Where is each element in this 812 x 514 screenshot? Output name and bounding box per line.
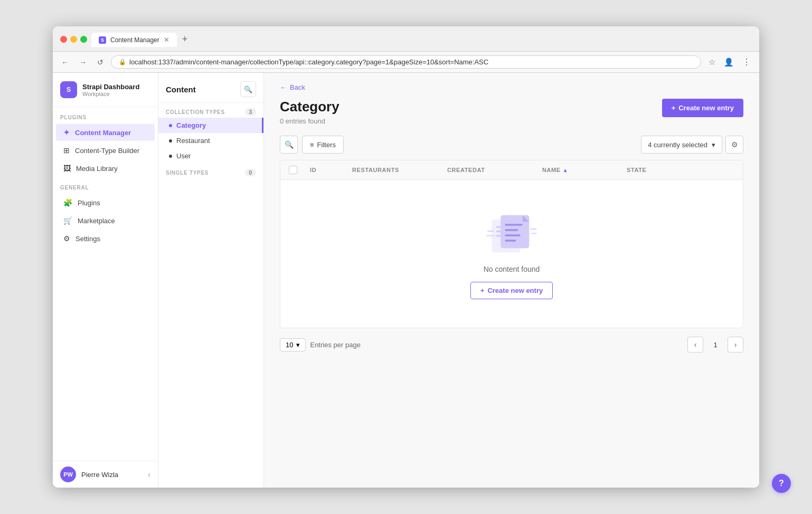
sidebar-item-label: Settings: [75, 235, 100, 243]
sidebar-item-content-manager[interactable]: ✦ Content Manager: [56, 124, 155, 141]
general-section-label: General: [53, 177, 158, 194]
collection-bullet: [169, 155, 172, 158]
more-options-button[interactable]: ⋮: [739, 55, 754, 69]
table-body: No content found + Create new entry: [280, 180, 743, 328]
user-name: Pierre Wizla: [81, 471, 143, 479]
empty-create-entry-button[interactable]: + Create new entry: [470, 282, 553, 299]
table-search-button[interactable]: 🔍: [280, 136, 298, 154]
content-manager-icon: ✦: [63, 128, 70, 137]
close-window-button[interactable]: [60, 36, 67, 43]
browser-tab-content-manager[interactable]: S Content Manager ✕: [91, 33, 177, 47]
plus-icon: +: [672, 104, 676, 112]
columns-selector: 4 currently selected ▾ ⚙: [641, 136, 743, 154]
sidebar: S Strapi Dashboard Workplace Plugins ✦ C…: [53, 73, 158, 488]
avatar: PW: [60, 467, 76, 482]
select-all-checkbox[interactable]: [289, 166, 297, 174]
th-checkbox: [289, 166, 310, 174]
plugins-section-label: Plugins: [53, 107, 158, 123]
svg-rect-6: [505, 224, 522, 225]
sort-asc-icon: ▲: [563, 167, 569, 173]
back-arrow-icon: ←: [280, 83, 287, 91]
sidebar-item-marketplace[interactable]: 🛒 Marketplace: [56, 212, 155, 229]
maximize-window-button[interactable]: [80, 36, 87, 43]
svg-rect-8: [505, 234, 520, 236]
reload-button[interactable]: ↺: [94, 56, 107, 69]
back-link[interactable]: ← Back: [280, 83, 305, 91]
page-title: Category: [280, 99, 339, 115]
columns-dropdown[interactable]: 4 currently selected ▾: [641, 136, 722, 154]
content-panel: Content 🔍 Collection Types 3 Category Re…: [158, 73, 264, 488]
back-nav-button[interactable]: ←: [58, 56, 72, 69]
create-btn-label: Create new entry: [678, 104, 734, 112]
tab-close-button[interactable]: ✕: [164, 36, 169, 44]
filter-icon: ≡: [310, 141, 314, 149]
svg-rect-10: [487, 230, 494, 232]
plugins-icon: 🧩: [63, 198, 72, 207]
th-restaurants: Restaurants: [352, 166, 447, 174]
th-name-label: Name: [542, 167, 561, 173]
columns-settings-button[interactable]: ⚙: [725, 136, 743, 154]
collection-types-label: Collection Types 3: [158, 103, 263, 118]
per-page-select: 10 ▾ Entries per page: [280, 338, 361, 351]
single-types-label: Single Types 0: [158, 164, 263, 178]
collection-item-category[interactable]: Category: [158, 118, 263, 133]
empty-state-text: No content found: [484, 265, 540, 273]
next-page-button[interactable]: ›: [728, 337, 743, 353]
svg-rect-9: [505, 240, 516, 241]
profile-button[interactable]: 👤: [721, 55, 737, 69]
sidebar-bottom: PW Pierre Wizla ‹: [53, 461, 158, 488]
sidebar-item-media-library[interactable]: 🖼 Media Library: [56, 160, 155, 177]
th-createdat-label: CreatedAt: [447, 167, 485, 173]
per-page-chevron-icon: ▾: [296, 341, 300, 349]
entries-count: 0 entries found: [280, 117, 339, 125]
create-entry-button[interactable]: + Create new entry: [662, 99, 743, 117]
columns-selected-text: 4 currently selected: [648, 141, 707, 149]
sidebar-item-settings[interactable]: ⚙ Settings: [56, 230, 155, 247]
settings-icon: ⚙: [63, 234, 70, 243]
content-search-button[interactable]: 🔍: [240, 81, 256, 97]
traffic-lights: [60, 36, 87, 43]
th-createdat: CreatedAt: [447, 166, 542, 174]
forward-nav-button[interactable]: →: [76, 56, 90, 69]
collection-item-user[interactable]: User: [158, 148, 263, 164]
svg-rect-12: [530, 228, 537, 230]
per-page-dropdown[interactable]: 10 ▾: [280, 338, 306, 351]
brand-initials: S: [67, 86, 71, 93]
sidebar-item-content-type-builder[interactable]: ⊞ Content-Type Builder: [56, 142, 155, 159]
back-label: Back: [290, 83, 305, 91]
new-tab-button[interactable]: +: [178, 32, 192, 47]
sidebar-item-plugins[interactable]: 🧩 Plugins: [56, 194, 155, 211]
empty-state: No content found + Create new entry: [470, 209, 553, 299]
collection-item-restaurant[interactable]: Restaurant: [158, 133, 263, 148]
minimize-window-button[interactable]: [70, 36, 77, 43]
collection-item-label: Category: [176, 121, 206, 129]
sidebar-collapse-button[interactable]: ‹: [148, 470, 150, 479]
empty-plus-icon: +: [480, 287, 485, 294]
filters-left: 🔍 ≡ Filters: [280, 136, 344, 154]
sidebar-item-label: Content-Type Builder: [75, 147, 139, 155]
tab-favicon: S: [99, 36, 106, 44]
th-name[interactable]: Name ▲: [542, 166, 627, 174]
table-container: ID Restaurants CreatedAt Name ▲ State: [280, 160, 743, 328]
toolbar-actions: ☆ 👤 ⋮: [705, 55, 754, 69]
collection-count: 3: [245, 108, 256, 116]
content-panel-header: Content 🔍: [158, 73, 263, 103]
filters-bar: 🔍 ≡ Filters 4 currently selected ▾ ⚙: [280, 136, 743, 154]
sidebar-item-label: Media Library: [76, 165, 118, 173]
collection-item-label: User: [176, 152, 191, 160]
page-header: Category 0 entries found + Create new en…: [280, 99, 743, 125]
help-button[interactable]: ?: [772, 474, 791, 493]
sidebar-brand: S Strapi Dashboard Workplace: [53, 73, 158, 107]
collection-bullet: [169, 139, 172, 142]
tab-title: Content Manager: [110, 36, 159, 44]
filters-button[interactable]: ≡ Filters: [302, 136, 344, 154]
svg-rect-7: [505, 229, 518, 231]
th-restaurants-label: Restaurants: [352, 167, 399, 173]
svg-rect-13: [531, 233, 536, 234]
pagination-controls: ‹ 1 ›: [687, 337, 743, 353]
marketplace-icon: 🛒: [63, 216, 72, 225]
bookmark-button[interactable]: ☆: [705, 55, 719, 69]
pagination-bar: 10 ▾ Entries per page ‹ 1 ›: [280, 337, 743, 353]
prev-page-button[interactable]: ‹: [687, 337, 703, 353]
address-bar[interactable]: 🔒 localhost:1337/admin/content-manager/c…: [111, 55, 701, 69]
